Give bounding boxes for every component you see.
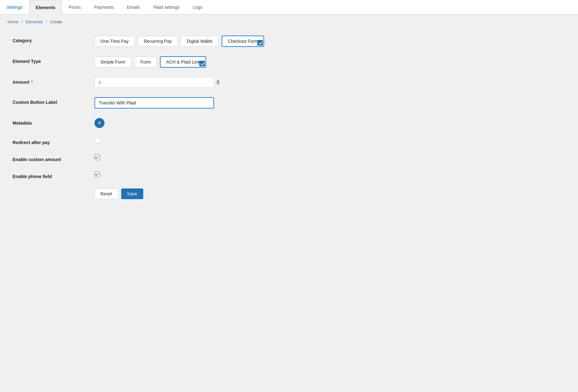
redirect-after-pay-checkbox[interactable] (94, 137, 100, 143)
element-type-label: Element Type (13, 56, 94, 64)
amount-controls: $ (94, 77, 219, 88)
enable-custom-amount-row: Enable custom amount (13, 154, 271, 162)
tab-plaid-settings[interactable]: Plaid settings (147, 0, 186, 14)
main-content: Category One-Time Pay Recurring Pay Digi… (0, 29, 283, 212)
breadcrumb-home[interactable]: Home (8, 20, 19, 24)
enable-phone-field-label: Enable phone field (13, 171, 94, 179)
save-button[interactable]: Save (121, 188, 143, 199)
element-type-row: Element Type Simple Form Form ACH & Plai… (13, 56, 271, 68)
tab-emails[interactable]: Emails (120, 0, 147, 14)
checkout-form-checkmark (257, 40, 263, 46)
metadata-label: Metadata (13, 118, 94, 126)
tab-payments[interactable]: Payments (88, 0, 120, 14)
element-type-form[interactable]: Form (134, 57, 157, 67)
top-navigation: Settings Elements Prices Payments Emails… (0, 0, 578, 14)
category-recurring-pay[interactable]: Recurring Pay (138, 36, 178, 47)
category-label: Category (13, 36, 94, 43)
breadcrumb: Home / Elements / Create (0, 14, 578, 29)
custom-button-label-input[interactable] (94, 97, 214, 109)
form-buttons: Reset Save (94, 188, 271, 199)
metadata-add-button[interactable]: + (94, 118, 105, 128)
redirect-after-pay-label: Redirect after pay (13, 137, 94, 145)
metadata-row: Metadata + (13, 118, 271, 128)
redirect-after-pay-controls (94, 137, 100, 143)
amount-input[interactable] (94, 77, 214, 88)
reset-button[interactable]: Reset (94, 188, 118, 199)
breadcrumb-elements[interactable]: Elements (26, 20, 43, 24)
redirect-after-pay-row: Redirect after pay (13, 137, 271, 145)
custom-button-label-row: Custom Button Label (13, 97, 271, 109)
amount-required-indicator: * (31, 80, 33, 85)
breadcrumb-sep-1: / (21, 20, 23, 24)
custom-button-label-controls (94, 97, 214, 109)
breadcrumb-sep-2: / (46, 20, 47, 24)
element-type-simple-form[interactable]: Simple Form (94, 57, 131, 67)
amount-row: Amount * $ (13, 77, 271, 88)
element-type-controls: Simple Form Form ACH & Plaid Link (94, 56, 206, 68)
tab-prices[interactable]: Prices (62, 0, 88, 14)
custom-button-label-label: Custom Button Label (13, 97, 94, 105)
enable-custom-amount-controls (94, 154, 100, 160)
plus-icon: + (98, 120, 101, 126)
tab-logs[interactable]: Logs (186, 0, 209, 14)
currency-symbol: $ (217, 80, 219, 85)
category-row: Category One-Time Pay Recurring Pay Digi… (13, 36, 271, 47)
tab-elements[interactable]: Elements (29, 0, 62, 14)
breadcrumb-current: Create (50, 20, 62, 24)
amount-label: Amount * (13, 77, 94, 85)
tab-settings[interactable]: Settings (0, 0, 29, 14)
enable-custom-amount-label: Enable custom amount (13, 154, 94, 162)
category-controls: One-Time Pay Recurring Pay Digital Walle… (94, 36, 264, 47)
ach-plaid-link-checkmark (199, 61, 205, 66)
category-checkout-form[interactable]: Checkout Form (222, 36, 264, 47)
element-type-ach-plaid-link[interactable]: ACH & Plaid Link (160, 56, 206, 68)
enable-phone-field-row: Enable phone field (13, 171, 271, 179)
category-digital-wallet[interactable]: Digital Wallet (181, 36, 218, 47)
enable-phone-field-checkbox[interactable] (94, 171, 100, 177)
metadata-controls: + (94, 118, 105, 128)
enable-phone-field-controls (94, 171, 100, 177)
enable-custom-amount-checkbox[interactable] (94, 154, 100, 160)
category-one-time-pay[interactable]: One-Time Pay (94, 36, 135, 47)
